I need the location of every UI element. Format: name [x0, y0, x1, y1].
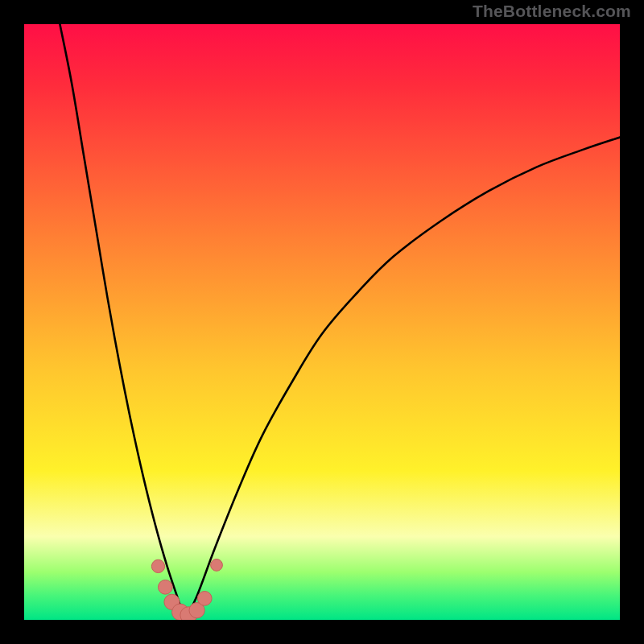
plot-area: [24, 24, 620, 620]
chart-container: TheBottleneck.com: [0, 0, 644, 644]
data-marker: [151, 559, 164, 572]
data-marker: [197, 591, 212, 605]
attribution-text: TheBottleneck.com: [473, 2, 631, 21]
curve-left-branch: [60, 24, 184, 620]
curve-right-branch: [185, 138, 620, 620]
marker-group: [151, 559, 222, 620]
data-marker: [211, 559, 223, 572]
curve-layer: [24, 24, 620, 620]
data-marker: [159, 580, 173, 594]
